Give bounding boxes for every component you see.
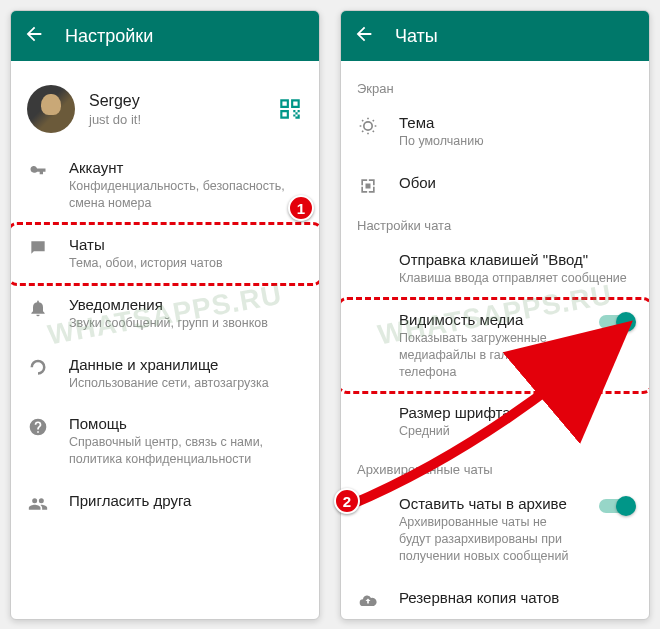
annotation-badge-1: 1 (288, 195, 314, 221)
toggle-on[interactable] (599, 499, 633, 513)
bell-icon (27, 296, 49, 318)
item-sub: Клавиша ввода отправляет сообщение (399, 270, 633, 287)
qr-icon[interactable] (277, 96, 303, 122)
chats-content: Экран Тема По умолчанию Обои Настройки ч… (341, 61, 649, 619)
item-title: Пригласить друга (69, 492, 303, 509)
item-title: Уведомления (69, 296, 303, 313)
item-title: Аккаунт (69, 159, 303, 176)
header-bar: Чаты (341, 11, 649, 61)
chats-settings-screen: Чаты Экран Тема По умолчанию Обои Настро… (340, 10, 650, 620)
item-title: Обои (399, 174, 633, 191)
item-sub: Средний (399, 423, 633, 440)
profile-status: just do it! (89, 112, 263, 127)
settings-screen: Настройки Sergey just do it! Аккаунт Кон… (10, 10, 320, 620)
item-sub: Тема, обои, история чатов (69, 255, 303, 272)
section-label-screen: Экран (341, 71, 649, 102)
settings-item-storage[interactable]: Данные и хранилище Использование сети, а… (11, 344, 319, 404)
item-title: Оставить чаты в архиве (399, 495, 571, 512)
header-title: Чаты (395, 26, 438, 47)
theme-icon (357, 114, 379, 136)
item-title: Отправка клавишей "Ввод" (399, 251, 633, 268)
chat-item-media-visibility[interactable]: Видимость медиа Показывать загруженные м… (341, 299, 649, 393)
item-title: Данные и хранилище (69, 356, 303, 373)
people-icon (27, 492, 49, 514)
section-label-chat: Настройки чата (341, 208, 649, 239)
settings-item-invite[interactable]: Пригласить друга (11, 480, 319, 526)
profile-name: Sergey (89, 92, 263, 110)
chat-item-backup[interactable]: Резервная копия чатов (341, 577, 649, 619)
back-icon[interactable] (353, 23, 375, 49)
item-sub: По умолчанию (399, 133, 633, 150)
chat-item-font-size[interactable]: Размер шрифта Средний (341, 392, 649, 452)
item-title: Тема (399, 114, 633, 131)
help-icon (27, 415, 49, 437)
item-sub: Конфиденциальность, безопасность, смена … (69, 178, 303, 212)
item-title: Видимость медиа (399, 311, 571, 328)
avatar (27, 85, 75, 133)
back-icon[interactable] (23, 23, 45, 49)
settings-item-account[interactable]: Аккаунт Конфиденциальность, безопасность… (11, 147, 319, 224)
message-icon (27, 236, 49, 258)
header-bar: Настройки (11, 11, 319, 61)
chat-item-wallpaper[interactable]: Обои (341, 162, 649, 208)
settings-item-notifications[interactable]: Уведомления Звуки сообщений, групп и зво… (11, 284, 319, 344)
chat-item-keep-archived[interactable]: Оставить чаты в архиве Архивированные ча… (341, 483, 649, 577)
wallpaper-icon (357, 174, 379, 196)
profile-row[interactable]: Sergey just do it! (11, 71, 319, 147)
settings-content: Sergey just do it! Аккаунт Конфиденциаль… (11, 61, 319, 619)
settings-item-help[interactable]: Помощь Справочный центр, связь с нами, п… (11, 403, 319, 480)
item-sub: Использование сети, автозагрузка (69, 375, 303, 392)
chat-item-theme[interactable]: Тема По умолчанию (341, 102, 649, 162)
item-sub: Показывать загруженные медиафайлы в гале… (399, 330, 571, 381)
key-icon (27, 159, 49, 181)
chat-item-enter-send[interactable]: Отправка клавишей "Ввод" Клавиша ввода о… (341, 239, 649, 299)
item-sub: Справочный центр, связь с нами, политика… (69, 434, 303, 468)
item-title: Резервная копия чатов (399, 589, 633, 606)
item-title: Размер шрифта (399, 404, 633, 421)
item-sub: Архивированные чаты не будут разархивиро… (399, 514, 571, 565)
header-title: Настройки (65, 26, 153, 47)
item-title: Чаты (69, 236, 303, 253)
section-label-archive: Архивированные чаты (341, 452, 649, 483)
item-title: Помощь (69, 415, 303, 432)
toggle-on[interactable] (599, 315, 633, 329)
settings-item-chats[interactable]: Чаты Тема, обои, история чатов (11, 224, 319, 284)
item-sub: Звуки сообщений, групп и звонков (69, 315, 303, 332)
cloud-icon (357, 589, 379, 611)
data-icon (27, 356, 49, 378)
annotation-badge-2: 2 (334, 488, 360, 514)
